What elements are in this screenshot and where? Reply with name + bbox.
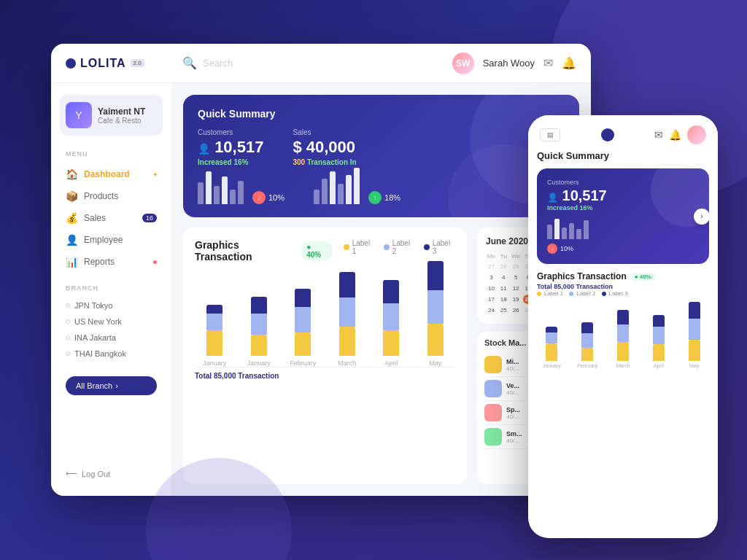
- stock-img: [484, 356, 502, 373]
- sidebar-item-products[interactable]: 📦 Products: [60, 185, 163, 207]
- bar-seg-3: [206, 305, 222, 314]
- sidebar-item-employee[interactable]: 👤 Employee: [60, 229, 163, 251]
- mobile-legend-dot-1: [537, 292, 541, 296]
- all-branch-label: All Branch: [76, 381, 112, 390]
- chart-bar: [230, 190, 236, 204]
- mobile-bar-seg-1: [689, 340, 700, 361]
- m-bar: [584, 220, 589, 239]
- bar-seg-1: [251, 335, 267, 356]
- bar-seg-3: [339, 272, 355, 298]
- logo-text: LOLITA: [80, 57, 126, 70]
- cal-day[interactable]: 4: [498, 273, 509, 282]
- cal-day[interactable]: 25: [498, 306, 509, 315]
- dashboard-label: Dashboard: [84, 169, 130, 179]
- mobile-mail-icon[interactable]: ✉: [654, 129, 663, 141]
- logo-badge: 2.0: [131, 59, 144, 67]
- sidebar-item-sales[interactable]: 💰 Sales 16: [60, 207, 163, 229]
- cal-day[interactable]: 10: [486, 284, 497, 293]
- mobile-legend-dot-2: [569, 292, 573, 296]
- mobile-customers-sub: Increased 16%: [547, 204, 699, 211]
- mobile-bar-stack: [689, 302, 700, 361]
- products-label: Products: [84, 191, 118, 201]
- employee-icon: 👤: [66, 234, 78, 246]
- mobile-logo-dot: [601, 128, 614, 141]
- chart-bar: [330, 171, 336, 204]
- qs-charts: ↓ 10% ↑: [198, 175, 565, 204]
- m-bar: [576, 229, 581, 239]
- mobile-legend-1: Label 1: [537, 290, 563, 297]
- sales-icon: 💰: [66, 212, 78, 224]
- search-placeholder: Search: [203, 58, 233, 69]
- chart-legends: Label 1 Label 2 Label 3: [344, 239, 455, 255]
- branch-item-bangkok[interactable]: THAI Bangkok: [60, 346, 163, 362]
- mobile-mini-chart: [547, 217, 699, 239]
- bar-seg-3: [251, 297, 267, 314]
- bell-icon[interactable]: 🔔: [562, 56, 576, 70]
- mail-icon[interactable]: ✉: [543, 56, 553, 70]
- quick-summary-card: Quick Summary Customers 👤 10,517 Increas…: [183, 95, 579, 217]
- mobile-legend-3: Label 3: [602, 290, 628, 297]
- stock-img: [484, 380, 502, 397]
- sales-badge: 16: [142, 214, 157, 222]
- user-profile: Y Yaiment NT Cafe & Resto: [60, 95, 163, 136]
- logout-button[interactable]: ⟵ Log Out: [60, 463, 163, 484]
- mobile-bar-label: January: [543, 363, 561, 368]
- cal-day[interactable]: 29: [511, 262, 522, 271]
- mobile-bell-icon[interactable]: 🔔: [669, 129, 681, 141]
- user-area: SW Sarah Wooy ✉ 🔔: [452, 52, 576, 74]
- bar-seg-2: [251, 314, 267, 335]
- mobile-content: Quick Summary Customers 👤 10,517 Increas…: [528, 150, 718, 538]
- cal-day[interactable]: 12: [511, 284, 522, 293]
- mobile-bar-seg-1: [581, 348, 593, 361]
- sidebar-item-reports[interactable]: 📊 Reports: [60, 251, 163, 273]
- branch-dot: [66, 319, 70, 324]
- chart-header: Graphics Transaction ● 40% Label 1: [195, 239, 455, 262]
- products-icon: 📦: [66, 190, 78, 202]
- sidebar-item-dashboard[interactable]: 🏠 Dashboard: [60, 163, 163, 185]
- bar-group: May: [419, 261, 453, 367]
- branch-item-newyork[interactable]: US New York: [60, 314, 163, 330]
- search-bar[interactable]: 🔍 Search: [182, 56, 452, 70]
- all-branch-button[interactable]: All Branch ›: [66, 376, 157, 395]
- cal-day[interactable]: 11: [498, 284, 509, 293]
- sales-sub: 300 Transaction In: [293, 158, 356, 166]
- legend-dot-2: [384, 244, 390, 250]
- branch-item-jakarta[interactable]: INA Jakarta: [60, 330, 163, 346]
- reports-dot: [153, 260, 157, 264]
- mobile-tab-icon[interactable]: ▤: [540, 128, 560, 141]
- cal-day[interactable]: 27: [486, 262, 497, 271]
- cal-day[interactable]: 5: [511, 273, 522, 282]
- user-name: Yaiment NT: [98, 106, 145, 117]
- cal-day[interactable]: 3: [486, 273, 497, 282]
- mobile-bar-stack: [653, 315, 665, 361]
- mobile-bar-group: February: [573, 322, 603, 368]
- mobile-legend-2: Label 2: [569, 290, 595, 297]
- bar-seg-2: [427, 290, 444, 324]
- bar-group: January: [198, 305, 232, 367]
- cal-day[interactable]: 18: [498, 295, 509, 304]
- mobile-bar-group: March: [608, 310, 638, 368]
- cal-month: June 2020: [486, 236, 528, 246]
- chart-section: Graphics Transaction ● 40% Label 1: [183, 228, 467, 484]
- mobile-qs-title: Quick Summary: [537, 150, 709, 161]
- sales-value: $ 40,000: [293, 138, 356, 157]
- cal-day[interactable]: 24: [486, 306, 497, 315]
- bar-chart: January January February March: [195, 265, 455, 368]
- mobile-bar-seg-3: [653, 315, 665, 327]
- bar-label: April: [384, 359, 398, 367]
- bar-seg-1: [339, 327, 355, 356]
- logout-icon: ⟵: [66, 469, 77, 478]
- mobile-bar-label: March: [616, 363, 630, 368]
- mobile-next-button[interactable]: ›: [694, 209, 709, 225]
- tablet-icon: ▤: [547, 131, 554, 139]
- app-body: Y Yaiment NT Cafe & Resto MENU 🏠 Dashboa…: [51, 83, 591, 496]
- cal-day[interactable]: 26: [511, 306, 522, 315]
- cal-day[interactable]: 19: [511, 295, 522, 304]
- cal-day[interactable]: 17: [486, 295, 497, 304]
- cal-day[interactable]: 28: [498, 262, 509, 271]
- chart-bar: [338, 184, 344, 204]
- bar-stack: [242, 297, 276, 356]
- qs-title: Quick Summary: [198, 108, 565, 120]
- branch-dot: [66, 335, 70, 340]
- branch-item-tokyo[interactable]: JPN Tokyo: [60, 298, 163, 314]
